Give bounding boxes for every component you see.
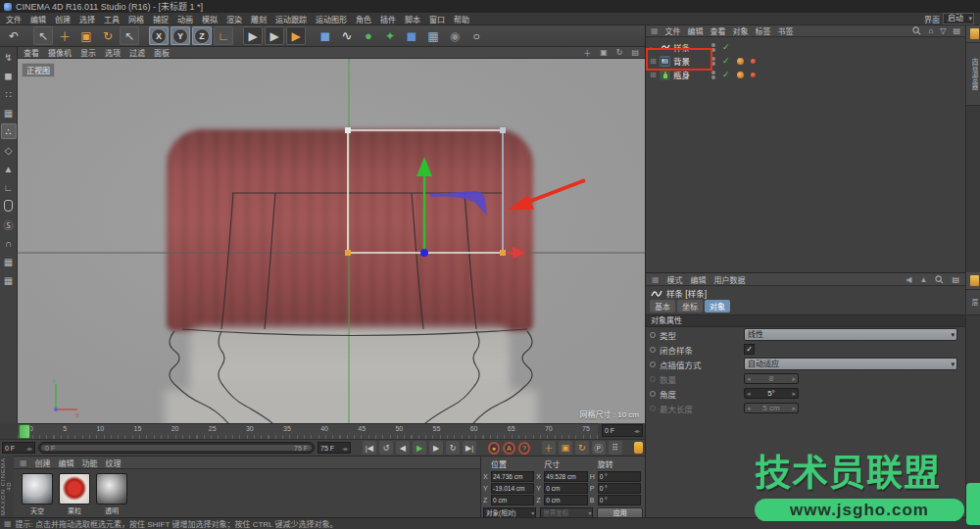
x-axis-lock-button[interactable]: X [149, 26, 169, 45]
edges-mode-icon[interactable]: ◇ [1, 142, 17, 158]
mat-menu-texture[interactable]: 纹理 [106, 457, 122, 468]
menu-tools[interactable]: 工具 [104, 14, 120, 24]
spline-point-top-right[interactable] [500, 127, 506, 133]
rotation-b-input[interactable]: 0 ° [598, 495, 641, 505]
range-start-field[interactable]: 0 F◂▸ [2, 442, 35, 454]
render-settings-icon[interactable]: ▶ [286, 26, 306, 45]
play-button[interactable]: ▶ [413, 441, 426, 455]
tab-coordinates[interactable]: 坐标 [677, 300, 703, 313]
move-tool-icon[interactable]: ＋ [55, 26, 74, 45]
key-rotation-button[interactable]: ↻ [575, 441, 589, 455]
x-axis-handle[interactable] [507, 247, 526, 259]
rotation-p-input[interactable]: 0 ° [598, 483, 641, 494]
size-y-input[interactable]: 0 cm [544, 483, 587, 494]
current-frame-field[interactable]: 0 F◂▸ [602, 424, 643, 437]
grid-menu-icon[interactable]: ▦ [652, 275, 660, 284]
rotation-h-input[interactable]: 0 ° [598, 471, 641, 482]
enable-check-icon[interactable]: ✓ [722, 42, 730, 52]
menu-plugins[interactable]: 插件 [380, 14, 396, 24]
close-spline-checkbox[interactable]: ✓ [744, 344, 755, 355]
key-scale-button[interactable]: ▣ [559, 441, 572, 455]
home-icon[interactable]: ⌂ [928, 26, 933, 35]
angle-stepper[interactable]: ◂5°▸ [744, 388, 799, 399]
axis-mode-icon[interactable]: ∟ [1, 179, 17, 195]
size-x-input[interactable]: 49.528 cm [544, 471, 587, 482]
vp-menu-filter[interactable]: 过滤 [129, 47, 145, 58]
solo-animation-icon[interactable] [634, 442, 643, 454]
range-end-field[interactable]: 75 F◂▸ [318, 442, 351, 454]
rotate-tool-icon[interactable]: ↻ [98, 26, 118, 45]
menu-help[interactable]: 帮助 [454, 14, 469, 24]
texture-tag-icon[interactable] [737, 58, 744, 65]
timeline-ruler[interactable]: 0 5 10 15 20 25 30 35 40 45 50 55 60 65 … [18, 423, 598, 439]
add-light-icon[interactable]: ○ [466, 26, 486, 45]
grid-menu-icon[interactable]: ▦ [20, 458, 27, 467]
enable-snap-icon[interactable]: Ⓢ [1, 216, 17, 232]
record-keyframe-button[interactable]: ● [488, 442, 500, 455]
previous-frame-button[interactable]: ◀ [396, 441, 410, 455]
menu-render[interactable]: 渲染 [226, 14, 242, 24]
search-icon[interactable] [912, 26, 921, 35]
menu-create[interactable]: 创建 [55, 14, 71, 24]
material-thumbnail-pulp[interactable] [59, 473, 90, 505]
size-z-input[interactable]: 0 cm [544, 495, 587, 505]
anim-toggle-icon[interactable] [650, 391, 656, 397]
add-instance-icon[interactable]: ◼ [402, 26, 421, 45]
viewport-solo-icon[interactable] [1, 198, 17, 214]
om-menu-file[interactable]: 文件 [665, 25, 681, 36]
enable-check-icon[interactable]: ✓ [722, 56, 730, 66]
y-axis-lock-button[interactable]: Y [171, 26, 190, 45]
menu-sculpt[interactable]: 雕刻 [251, 14, 267, 24]
make-editable-icon[interactable]: ↯ [1, 49, 17, 65]
menu-script[interactable]: 脚本 [405, 14, 420, 24]
menu-simulate[interactable]: 模拟 [202, 14, 218, 24]
anim-toggle-icon[interactable] [650, 332, 656, 338]
undo-icon[interactable]: ↶ [4, 26, 24, 45]
vp-zoom-icon[interactable]: ▣ [600, 48, 608, 57]
visibility-dots[interactable] [711, 71, 715, 79]
vp-rotate-icon[interactable]: ↻ [616, 48, 623, 57]
vp-menu-panel[interactable]: 面板 [154, 47, 170, 58]
type-dropdown[interactable]: 线性 [744, 328, 957, 341]
coordinate-system-icon[interactable]: ∟ [214, 26, 233, 45]
timeline-playhead[interactable] [19, 424, 30, 439]
add-deformer-icon[interactable]: ✦ [380, 26, 400, 45]
goto-start-button[interactable]: |◀ [363, 441, 376, 455]
content-browser-tab[interactable]: 内容浏览器 [966, 43, 980, 106]
autokey-button[interactable]: A [503, 442, 514, 455]
add-generator-icon[interactable]: ● [359, 26, 378, 45]
panel-icon[interactable]: ▤ [953, 26, 960, 35]
layer-tab[interactable]: 层 [966, 290, 980, 315]
spline-point-bottom-right[interactable] [500, 250, 506, 256]
loop-mode-button[interactable]: ↺ [379, 441, 393, 455]
menu-mesh[interactable]: 网格 [128, 14, 144, 24]
mat-menu-edit[interactable]: 编辑 [59, 457, 74, 468]
key-position-button[interactable]: ＋ [542, 441, 556, 455]
texture-axis-mode-icon[interactable]: ∷ [1, 86, 17, 102]
model-mode-icon[interactable]: ◼ [1, 68, 17, 83]
search-icon[interactable] [935, 275, 944, 284]
anim-toggle-icon[interactable] [650, 361, 656, 367]
material-item[interactable]: 透明 [96, 473, 127, 515]
position-y-input[interactable]: -19.014 cm [491, 483, 534, 494]
spline-point-bottom-left[interactable] [345, 250, 351, 256]
y-axis-handle[interactable] [416, 157, 432, 250]
vp-menu-cameras[interactable]: 摄像机 [48, 47, 72, 58]
viewport[interactable]: Y X 网格尺寸 : 10 cm [18, 47, 645, 423]
axis-origin-point[interactable] [420, 249, 428, 257]
panel-icon[interactable]: ▤ [952, 275, 959, 284]
menu-snap[interactable]: 捕捉 [153, 14, 169, 24]
vp-menu-display[interactable]: 显示 [80, 47, 96, 58]
texture-mode-icon[interactable]: ▦ [1, 105, 17, 120]
view-label[interactable]: 正视图 [22, 63, 55, 77]
workplane-snap-icon[interactable]: ▦ [1, 272, 17, 288]
material-thumbnail-sky[interactable] [22, 473, 53, 505]
vp-menu-view[interactable]: 查看 [24, 47, 39, 58]
add-spline-icon[interactable]: ∿ [337, 26, 357, 45]
tag-icon[interactable] [751, 72, 756, 77]
mat-menu-function[interactable]: 功能 [82, 457, 98, 468]
polygons-mode-icon[interactable]: ▲ [1, 161, 17, 176]
content-browser-tab-icon[interactable] [966, 25, 980, 43]
add-cube-icon[interactable]: ◼ [316, 26, 335, 45]
vp-maximize-icon[interactable]: ▤ [631, 48, 639, 57]
